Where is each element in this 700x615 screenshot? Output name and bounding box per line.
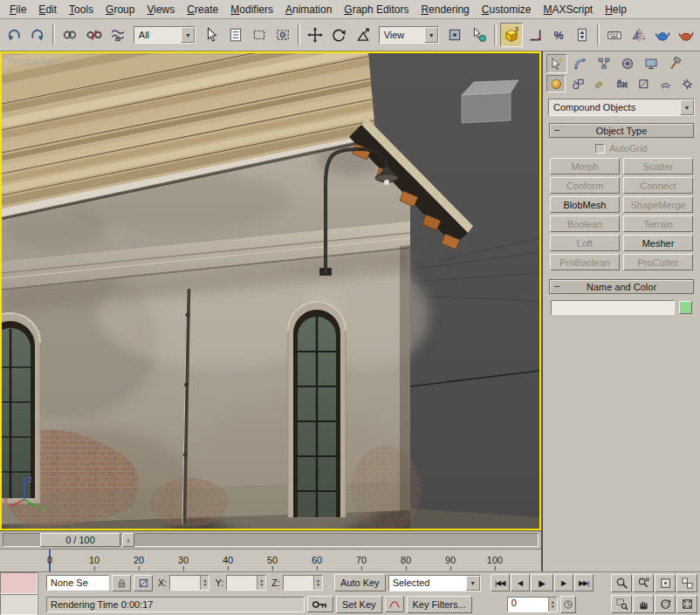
time-configuration-button[interactable]: [560, 596, 576, 613]
y-spinner[interactable]: ▲▼: [257, 576, 265, 590]
perspective-viewport[interactable]: z y x Perspective: [0, 51, 541, 530]
key-mode-arrow[interactable]: ▼: [466, 576, 480, 591]
key-mode-dropdown[interactable]: Selected ▼: [388, 575, 481, 591]
scatter-button[interactable]: Scatter: [623, 158, 693, 174]
menu-rendering[interactable]: Rendering: [415, 1, 475, 18]
menu-file[interactable]: File: [3, 1, 32, 18]
x-spinner[interactable]: ▲▼: [200, 576, 209, 590]
conform-button[interactable]: Conform: [550, 177, 620, 194]
percent-snap-toggle-button[interactable]: %: [547, 23, 570, 47]
time-slider-handle[interactable]: 0 / 100: [40, 533, 120, 547]
z-coordinate-field[interactable]: ▲▼: [283, 575, 323, 591]
next-frame-button[interactable]: ▶: [554, 574, 573, 591]
track-bar[interactable]: 0 10 20 30 40 50 60 70 80 90 100: [0, 549, 541, 571]
redo-button[interactable]: [26, 23, 49, 47]
mesher-button[interactable]: Mesher: [623, 235, 693, 251]
arc-rotate-button[interactable]: [655, 595, 676, 613]
time-slider-next-button[interactable]: ›: [122, 533, 134, 547]
macro-recorder-line[interactable]: [0, 572, 38, 594]
menu-maxscript[interactable]: MAXScript: [538, 1, 600, 18]
menu-graph-editors[interactable]: Graph Editors: [338, 1, 415, 18]
reference-coordinate-arrow[interactable]: ▼: [424, 27, 438, 43]
bind-to-space-warp-button[interactable]: [106, 23, 129, 47]
object-color-swatch[interactable]: [679, 301, 692, 314]
zoom-button[interactable]: [611, 574, 632, 592]
maximize-viewport-toggle-button[interactable]: [676, 595, 697, 613]
select-and-rotate-button[interactable]: [327, 23, 350, 47]
current-frame-field[interactable]: 0 ▲▼: [507, 597, 558, 612]
menu-help[interactable]: Help: [599, 1, 633, 18]
boolean-button[interactable]: Boolean: [550, 215, 620, 232]
zoom-region-button[interactable]: [611, 595, 632, 613]
snaps-toggle-3d-button[interactable]: 3: [500, 23, 523, 47]
selection-lock-button[interactable]: [112, 575, 131, 591]
terrain-button[interactable]: Terrain: [623, 215, 693, 232]
viewport-scene[interactable]: z y x: [2, 53, 539, 529]
menu-animation[interactable]: Animation: [279, 1, 338, 18]
connect-button[interactable]: Connect: [623, 177, 693, 194]
select-object-button[interactable]: [200, 23, 223, 47]
object-category-arrow[interactable]: ▼: [680, 99, 694, 115]
center-window[interactable]: [288, 302, 346, 517]
category-geometry[interactable]: [546, 75, 566, 92]
reference-coordinate-dropdown[interactable]: View ▼: [379, 26, 440, 44]
menu-views[interactable]: Views: [141, 1, 181, 18]
selection-filter-dropdown[interactable]: All ▼: [134, 26, 196, 44]
object-name-field[interactable]: [551, 300, 675, 315]
select-by-name-button[interactable]: [224, 23, 247, 47]
select-and-move-button[interactable]: [304, 23, 326, 47]
window-crossing-toggle-button[interactable]: [271, 23, 294, 47]
category-shapes[interactable]: [568, 75, 587, 92]
category-helpers[interactable]: [634, 75, 653, 92]
spinner-snap-toggle-button[interactable]: [571, 23, 594, 47]
keyboard-shortcut-override-button[interactable]: [603, 23, 626, 47]
x-coordinate-field[interactable]: ▲▼: [169, 575, 209, 591]
zoom-extents-all-button[interactable]: [676, 574, 697, 592]
category-systems[interactable]: [677, 75, 697, 92]
previous-frame-button[interactable]: ◀: [511, 574, 530, 591]
z-spinner[interactable]: ▲▼: [313, 576, 322, 590]
zoom-all-button[interactable]: [633, 574, 654, 592]
tab-utilities[interactable]: [664, 54, 685, 73]
menu-edit[interactable]: Edit: [32, 1, 63, 18]
select-and-manipulate-button[interactable]: [467, 23, 490, 47]
autogrid-checkbox[interactable]: [595, 144, 605, 154]
tab-display[interactable]: [641, 54, 662, 73]
tab-hierarchy[interactable]: [594, 54, 614, 73]
zoom-extents-button[interactable]: [655, 574, 676, 592]
absolute-offset-toggle-button[interactable]: [134, 575, 153, 591]
pan-view-button[interactable]: [633, 595, 654, 613]
proboolean-button[interactable]: ProBoolean: [550, 254, 620, 270]
category-space-warps[interactable]: [655, 75, 675, 92]
box-object[interactable]: [462, 80, 518, 123]
select-and-scale-button[interactable]: [351, 23, 374, 47]
go-to-end-button[interactable]: ▶▶|: [574, 574, 594, 591]
mirror-button[interactable]: [627, 23, 649, 47]
set-key-mode-button[interactable]: [307, 596, 333, 612]
menu-customize[interactable]: Customize: [476, 1, 538, 18]
use-pivot-point-center-button[interactable]: [443, 23, 466, 47]
tab-modify[interactable]: [570, 54, 591, 73]
key-filters-button[interactable]: Key Filters...: [407, 596, 472, 613]
time-slider[interactable]: 0 / 100 ›: [0, 530, 541, 549]
set-key-button[interactable]: Set Key: [336, 596, 382, 613]
viewport-label[interactable]: Perspective: [8, 56, 58, 66]
menu-group[interactable]: Group: [100, 1, 141, 18]
loft-button[interactable]: Loft: [550, 235, 620, 251]
undo-button[interactable]: [3, 23, 25, 47]
go-to-start-button[interactable]: |◀◀: [491, 574, 510, 591]
listener-line[interactable]: [0, 594, 38, 615]
name-color-rollout-header[interactable]: − Name and Color: [549, 279, 694, 294]
quick-render-button[interactable]: [675, 23, 697, 47]
category-lights[interactable]: [590, 75, 609, 92]
morph-button[interactable]: Morph: [550, 158, 620, 174]
shapemerge-button[interactable]: ShapeMerge: [623, 196, 693, 213]
menu-create[interactable]: Create: [181, 1, 224, 18]
angle-snap-toggle-button[interactable]: [524, 23, 546, 47]
unlink-selection-button[interactable]: [82, 23, 105, 47]
play-button[interactable]: ▶: [531, 574, 553, 591]
selection-filter-arrow[interactable]: ▼: [181, 27, 195, 43]
y-coordinate-field[interactable]: ▲▼: [226, 575, 266, 591]
selection-status-field[interactable]: None Se: [46, 575, 109, 591]
left-window[interactable]: [2, 313, 40, 503]
